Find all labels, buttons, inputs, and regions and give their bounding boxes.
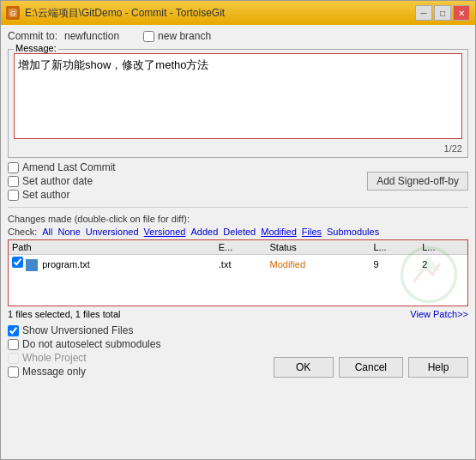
close-button[interactable]: ✕	[453, 5, 470, 21]
filter-row: Check: All None Unversioned Versioned Ad…	[8, 227, 468, 237]
app-icon: G	[6, 6, 20, 20]
filter-submodules[interactable]: Submodules	[327, 227, 379, 237]
row-l1: 9	[370, 255, 419, 274]
author-date-label: Set author date	[22, 175, 93, 187]
ok-button[interactable]: OK	[274, 357, 334, 378]
message-textarea[interactable]: 增加了新功能show，修改了metho方法	[14, 53, 462, 139]
filter-versioned[interactable]: Versioned	[144, 227, 186, 237]
col-ext: E...	[215, 240, 267, 255]
separator-1	[8, 207, 468, 208]
row-path: program.txt	[42, 259, 90, 269]
author-date-row: Set author date	[8, 175, 116, 187]
content-area: Commit to: newfunction new branch Messag…	[1, 25, 475, 459]
changes-header: Changes made (double-click on file for d…	[8, 214, 468, 224]
changes-section: Changes made (double-click on file for d…	[8, 214, 468, 319]
col-status: Status	[267, 240, 371, 255]
filter-all[interactable]: All	[42, 227, 52, 237]
filter-unversioned[interactable]: Unversioned	[86, 227, 139, 237]
whole-project-checkbox	[8, 353, 19, 364]
options-row: Amend Last Commit Set author date Set au…	[8, 161, 468, 201]
show-unversioned-label: Show Unversioned Files	[22, 324, 133, 336]
row-ext: .txt	[215, 255, 267, 274]
check-label: Check:	[8, 227, 37, 237]
commit-to-label: Commit to:	[8, 30, 57, 42]
row-checkbox[interactable]	[12, 257, 23, 268]
amend-row: Amend Last Commit	[8, 161, 116, 173]
show-unversioned-row: Show Unversioned Files	[8, 324, 160, 336]
whole-project-row: Whole Project	[8, 352, 160, 364]
col-l2: L...	[419, 240, 467, 255]
title-bar: G E:\云端项目\GitDemo - Commit - TortoiseGit…	[1, 1, 475, 25]
file-info-row: 1 files selected, 1 files total View Pat…	[8, 309, 468, 319]
window-title: E:\云端项目\GitDemo - Commit - TortoiseGit	[25, 6, 225, 21]
filter-files[interactable]: Files	[302, 227, 322, 237]
set-author-checkbox[interactable]	[8, 190, 19, 201]
file-table-wrapper: Path E... Status L... L... program.txt .…	[8, 239, 468, 306]
cancel-button[interactable]: Cancel	[339, 357, 403, 378]
no-autoselect-label: Do not autoselect submodules	[22, 338, 160, 350]
row-checkbox-cell[interactable]: program.txt	[9, 255, 215, 274]
col-l1: L...	[370, 240, 419, 255]
col-path: Path	[9, 240, 215, 255]
window: G E:\云端项目\GitDemo - Commit - TortoiseGit…	[0, 0, 476, 460]
set-author-label: Set author	[22, 189, 69, 201]
message-label: Message:	[14, 43, 58, 53]
new-branch-checkbox[interactable]	[143, 31, 154, 42]
set-author-row: Set author	[8, 189, 116, 201]
amend-label: Amend Last Commit	[22, 161, 116, 173]
message-only-label: Message only	[22, 366, 86, 378]
minimize-button[interactable]: ─	[415, 5, 432, 21]
message-only-row: Message only	[8, 366, 160, 378]
row-status: Modified	[267, 255, 371, 274]
signed-off-button[interactable]: Add Signed-off-by	[367, 172, 468, 191]
view-patch-link[interactable]: View Patch>>	[410, 309, 468, 319]
row-l2: 2	[419, 255, 467, 274]
filter-added[interactable]: Added	[190, 227, 218, 237]
message-only-checkbox[interactable]	[8, 366, 19, 378]
bottom-buttons: OK Cancel Help	[274, 357, 468, 378]
filter-deleted[interactable]: Deleted	[223, 227, 256, 237]
amend-checkbox[interactable]	[8, 162, 19, 173]
maximize-button[interactable]: □	[434, 5, 451, 21]
svg-text:G: G	[10, 9, 15, 17]
no-autoselect-checkbox[interactable]	[8, 339, 19, 350]
show-unversioned-checkbox[interactable]	[8, 325, 19, 336]
file-count: 1 files selected, 1 files total	[8, 309, 120, 319]
whole-project-label: Whole Project	[22, 352, 87, 364]
table-row[interactable]: program.txt .txt Modified 9 2	[9, 255, 467, 274]
message-section: Message: 增加了新功能show，修改了metho方法 1/22	[8, 49, 468, 158]
commit-to-row: Commit to: newfunction new branch	[8, 30, 468, 42]
author-date-checkbox[interactable]	[8, 176, 19, 187]
char-count: 1/22	[14, 143, 462, 154]
no-autoselect-row: Do not autoselect submodules	[8, 338, 160, 350]
branch-name: newfunction	[64, 30, 119, 42]
file-table: Path E... Status L... L... program.txt .…	[9, 240, 467, 273]
bottom-options: Show Unversioned Files Do not autoselect…	[8, 324, 160, 378]
new-branch-label: new branch	[158, 30, 211, 42]
filter-modified[interactable]: Modified	[261, 227, 297, 237]
help-button[interactable]: Help	[408, 357, 468, 378]
filter-none[interactable]: None	[57, 227, 80, 237]
